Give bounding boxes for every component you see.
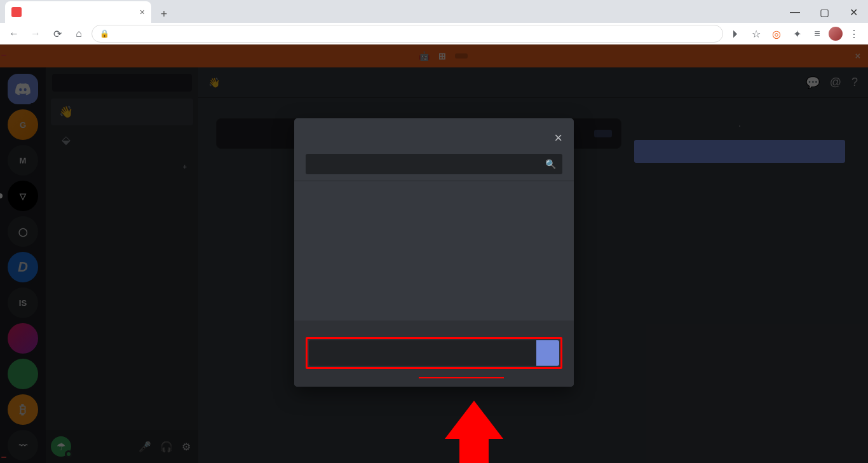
copy-button[interactable] <box>536 340 559 366</box>
minimize-icon[interactable]: — <box>780 1 810 23</box>
close-window-icon[interactable]: ✕ <box>839 1 868 23</box>
browser-chrome: × + — ▢ ✕ ← → ⟳ ⌂ 🔒 ⏵ ☆ ◎ ✦ ≡ ⋮ <box>0 0 868 45</box>
discord-app: 🤖 ⊞ × G M ▽ ◯ D IS ₿ 〰 👋 <box>0 45 868 463</box>
browser-toolbar: ← → ⟳ ⌂ 🔒 ⏵ ☆ ◎ ✦ ≡ ⋮ <box>0 23 868 45</box>
annotation-underline <box>419 377 504 378</box>
invite-link-input[interactable] <box>309 340 536 366</box>
address-bar[interactable]: 🔒 <box>92 25 723 43</box>
search-icon: 🔍 <box>545 159 556 169</box>
browser-tab[interactable]: × <box>5 1 151 23</box>
favicon-icon <box>11 7 22 17</box>
kebab-icon[interactable]: ⋮ <box>845 25 863 43</box>
friend-list[interactable] <box>294 181 574 321</box>
forward-icon[interactable]: → <box>27 25 44 43</box>
translate-icon[interactable]: ⏵ <box>727 25 745 43</box>
close-icon[interactable]: × <box>554 130 562 146</box>
maximize-icon[interactable]: ▢ <box>810 1 839 23</box>
extension-icon[interactable]: ◎ <box>768 25 785 43</box>
home-icon[interactable]: ⌂ <box>70 25 88 43</box>
friend-search-input[interactable]: 🔍 <box>306 154 562 174</box>
reload-icon[interactable]: ⟳ <box>48 25 66 43</box>
bookmark-icon[interactable]: ☆ <box>747 25 765 43</box>
tab-strip: × + — ▢ ✕ <box>0 0 868 23</box>
window-buttons: — ▢ ✕ <box>780 1 868 23</box>
profile-avatar-icon[interactable] <box>829 27 843 41</box>
annotation-arrow-icon <box>445 401 503 463</box>
reading-list-icon[interactable]: ≡ <box>808 25 826 43</box>
invite-modal: × 🔍 <box>294 118 574 387</box>
new-tab-button[interactable]: + <box>155 5 173 23</box>
lock-icon: 🔒 <box>100 29 109 38</box>
puzzle-icon[interactable]: ✦ <box>788 25 806 43</box>
close-icon[interactable]: × <box>140 7 145 17</box>
back-icon[interactable]: ← <box>5 25 23 43</box>
